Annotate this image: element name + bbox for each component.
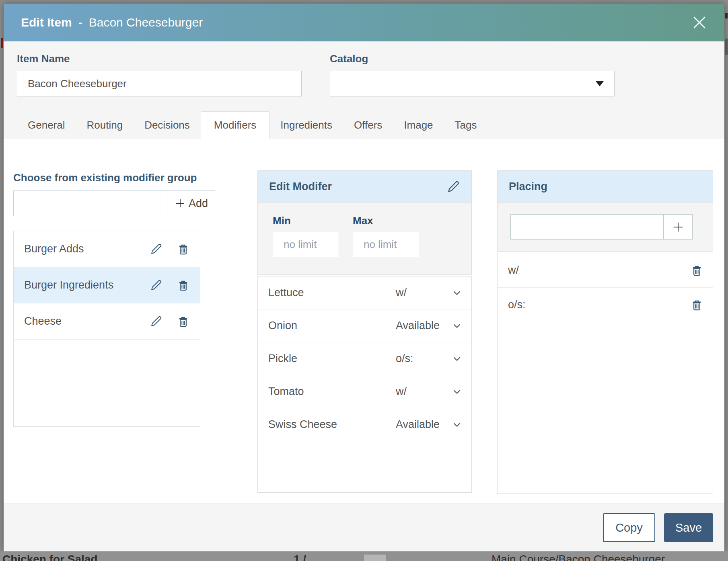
tab-image[interactable]: Image: [393, 111, 444, 139]
tab-tags[interactable]: Tags: [444, 111, 488, 139]
tab-general[interactable]: General: [17, 111, 76, 139]
modal-title-separator: -: [78, 16, 82, 29]
catalog-field-group: Catalog: [330, 53, 615, 111]
min-max-section: Min Max: [258, 202, 471, 274]
background-left-text: Chicken for Salad: [2, 553, 98, 561]
placing-heading: Placing: [509, 180, 547, 193]
modifier-list: Lettuce w/ Onion Available Pickle o/: [257, 276, 472, 493]
modifier-row-onion[interactable]: Onion Available: [258, 309, 471, 342]
modifier-status-value[interactable]: o/s:: [396, 352, 451, 365]
chevron-down-icon[interactable]: [451, 419, 463, 430]
background-scrollbar-artifact: [725, 13, 728, 18]
placing-add-section: [498, 202, 713, 251]
catalog-select[interactable]: [330, 71, 615, 96]
item-name-input[interactable]: [17, 71, 302, 96]
delete-trash-icon[interactable]: [177, 279, 189, 291]
modifier-status-value[interactable]: Available: [396, 418, 451, 431]
modifier-group-list: Burger Adds Burger Ingredients: [13, 231, 200, 427]
modal-header: Edit Item - Bacon Cheeseburger: [4, 4, 724, 41]
edit-pencil-icon[interactable]: [150, 279, 162, 291]
min-label: Min: [273, 215, 339, 227]
background-scrollbar-artifact: [725, 39, 728, 55]
delete-trash-icon[interactable]: [691, 299, 703, 311]
copy-button[interactable]: Copy: [603, 513, 655, 542]
plus-icon: [671, 220, 685, 234]
max-label: Max: [353, 215, 419, 227]
edit-item-modal: Edit Item - Bacon Cheeseburger Item Name…: [4, 4, 724, 551]
top-fields-section: Item Name Catalog: [4, 41, 724, 111]
edit-modifier-heading: Edit Modifer: [269, 180, 332, 193]
edit-pencil-icon[interactable]: [447, 180, 460, 193]
tab-ingredients[interactable]: Ingredients: [269, 111, 343, 139]
edit-pencil-icon[interactable]: [150, 315, 162, 328]
modifier-status-value[interactable]: w/: [396, 287, 451, 299]
tab-bar: General Routing Decisions Modifiers Ingr…: [4, 111, 724, 139]
modifier-group-row-burger-adds[interactable]: Burger Adds: [14, 231, 200, 267]
plus-icon: [174, 197, 186, 209]
modal-title-prefix: Edit Item: [21, 16, 72, 29]
edit-modifier-column: Edit Modifer Min Max: [257, 139, 472, 504]
modal-title-item: Bacon Cheeseburger: [89, 16, 203, 29]
modifier-row-swiss-cheese[interactable]: Swiss Cheese Available: [258, 408, 471, 441]
modal-footer: Copy Save: [4, 504, 724, 551]
chevron-down-icon[interactable]: [451, 320, 463, 332]
modifier-group-search-input[interactable]: [13, 190, 167, 216]
modifier-status-value[interactable]: Available: [396, 319, 451, 332]
edit-modifier-panel: Edit Modifer Min Max: [257, 170, 472, 275]
modifier-group-add-row: Add: [13, 190, 215, 216]
modifier-status-value[interactable]: w/: [396, 385, 451, 398]
placing-panel-header: Placing: [498, 171, 713, 202]
delete-trash-icon[interactable]: [177, 315, 189, 328]
delete-trash-icon[interactable]: [691, 264, 703, 276]
placing-input[interactable]: [510, 214, 663, 240]
modifier-row-lettuce[interactable]: Lettuce w/: [258, 276, 471, 309]
modal-title: Edit Item - Bacon Cheeseburger: [21, 16, 203, 29]
delete-trash-icon[interactable]: [177, 243, 189, 255]
item-name-field-group: Item Name: [17, 53, 302, 111]
save-button[interactable]: Save: [664, 513, 713, 542]
item-name-label: Item Name: [17, 53, 302, 65]
modifier-row-pickle[interactable]: Pickle o/s:: [258, 342, 471, 375]
background-edge-artifact: [1, 38, 3, 48]
modifier-groups-column: Choose from existing modifier group Add …: [13, 139, 200, 504]
background-page-strip: Chicken for Salad 1 / Main Course/Bacon …: [0, 551, 728, 561]
background-gray-box: [364, 555, 386, 561]
placing-row-o-s[interactable]: o/s:: [498, 288, 713, 322]
min-input[interactable]: [273, 232, 339, 257]
max-field-group: Max: [353, 215, 419, 274]
max-input[interactable]: [353, 232, 419, 257]
modifier-group-row-cheese[interactable]: Cheese: [14, 303, 200, 340]
placing-panel: Placing: [497, 170, 713, 252]
tab-modifiers[interactable]: Modifiers: [201, 111, 269, 139]
chevron-down-icon[interactable]: [451, 386, 463, 397]
placing-list: w/ o/s:: [497, 253, 713, 494]
background-center-text: 1 /: [294, 553, 306, 561]
tab-decisions[interactable]: Decisions: [134, 111, 201, 139]
placing-column: Placing w/: [497, 139, 713, 504]
tab-offers[interactable]: Offers: [343, 111, 393, 139]
add-button-label: Add: [189, 197, 208, 210]
modifier-row-tomato[interactable]: Tomato w/: [258, 375, 471, 408]
edit-pencil-icon[interactable]: [150, 243, 162, 255]
placing-add-row: [510, 214, 693, 240]
min-field-group: Min: [273, 215, 339, 274]
chevron-down-icon[interactable]: [451, 287, 463, 299]
add-placing-button[interactable]: [663, 214, 693, 240]
catalog-label: Catalog: [330, 53, 615, 65]
placing-row-w[interactable]: w/: [498, 253, 713, 288]
close-icon[interactable]: [691, 14, 708, 31]
dropdown-caret-icon: [596, 81, 604, 86]
tab-routing[interactable]: Routing: [76, 111, 134, 139]
edit-modifier-panel-header: Edit Modifer: [258, 171, 471, 202]
modifiers-tab-content: Choose from existing modifier group Add …: [4, 139, 724, 504]
background-right-text: Main Course/Bacon Cheeseburger: [492, 553, 665, 561]
add-modifier-group-button[interactable]: Add: [167, 190, 215, 216]
modifier-groups-heading: Choose from existing modifier group: [13, 172, 200, 184]
chevron-down-icon[interactable]: [451, 353, 463, 364]
modifier-group-row-burger-ingredients[interactable]: Burger Ingredients: [14, 267, 200, 303]
